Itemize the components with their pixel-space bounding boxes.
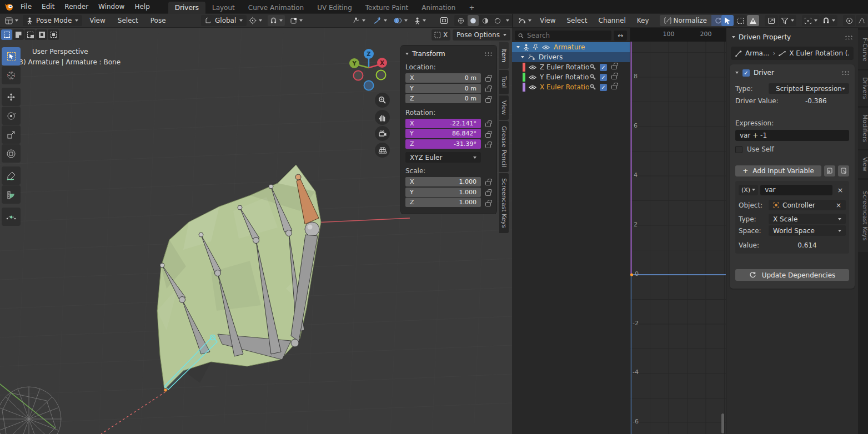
select-mode-invert-button[interactable] [36,29,47,40]
channel-enable-checkbox[interactable]: ✓ [600,84,607,91]
collapse-chevron-icon[interactable] [735,72,739,74]
viewport-3d[interactable]: X Pose Options User Perspective (23) Arm… [0,28,512,434]
mirror-x-toggle[interactable]: X [432,29,450,41]
channel-drivers-group-row[interactable]: Drivers [512,52,630,62]
lock-icon[interactable] [485,98,491,103]
pan-button[interactable] [375,110,390,125]
select-mode-extend-button[interactable] [13,29,24,40]
drivers-menu-view[interactable]: View [535,14,560,27]
expand-chevron-icon[interactable] [521,56,524,58]
tool-move[interactable] [2,88,21,106]
normalize-toggle[interactable]: Normalize [660,15,711,26]
update-dependencies-button[interactable]: Update Dependencies [735,269,849,281]
overlays-toggle[interactable] [391,15,410,26]
tab-screencast-keys-sidebar[interactable]: Screencast Keys [858,180,868,252]
collapse-chevron-icon[interactable] [405,53,409,55]
proportional-falloff-dropdown[interactable] [856,15,867,26]
menu-render[interactable]: Render [59,0,93,14]
shading-solid-button[interactable] [468,15,479,26]
lock-icon[interactable] [485,181,491,185]
proportional-editing-toggle[interactable] [843,15,855,26]
select-mode-set-button[interactable] [1,29,12,40]
use-self-checkbox[interactable] [735,146,742,153]
filter-invert-button[interactable]: ↔ [614,31,627,41]
tool-rotate[interactable] [2,107,21,125]
scale-y-field[interactable]: Y1.000 [405,188,481,197]
pivot-point-dropdown[interactable] [247,15,264,26]
lock-icon[interactable] [485,123,491,127]
channel-enable-checkbox[interactable]: ✓ [600,74,607,81]
tab-modifiers[interactable]: Modifiers [858,108,868,149]
expression-field[interactable] [735,130,849,141]
paste-variables-button[interactable] [838,165,849,176]
editor-type-button[interactable] [3,15,21,26]
eye-icon[interactable] [529,75,536,80]
channel-search-box[interactable] [515,31,611,41]
pose-options-dropdown[interactable]: Pose Options [453,29,510,41]
blender-logo-icon[interactable] [4,2,14,11]
lock-icon[interactable] [485,77,491,82]
lock-icon[interactable] [611,75,617,79]
channel-row-y-euler[interactable]: Y Euler Rotation (Bo ✓ [512,72,630,82]
rotation-z-field[interactable]: Z-31.39° [405,139,481,149]
workspace-tab-curve-animation[interactable]: Curve Animation [242,2,310,14]
menu-help[interactable]: Help [129,0,154,14]
drivers-menu-key[interactable]: Key [632,14,654,27]
tab-fcurve[interactable]: F-Curve [858,30,868,69]
snap-dropdown[interactable] [820,15,837,26]
tab-screencast-keys[interactable]: Screencast Keys [499,173,509,233]
panel-grip-icon[interactable] [845,35,852,39]
drivers-graph-region[interactable]: 100 200 8 6 4 2 0 -2 -4 -6 [630,28,726,434]
rotation-mode-dropdown[interactable]: XYZ Euler [405,152,481,163]
lock-icon[interactable] [485,191,491,196]
tab-view-sidebar[interactable]: View [858,150,868,178]
mode-selector[interactable]: Pose Mode [23,15,82,26]
tweak-tool-button[interactable] [721,15,734,26]
location-y-field[interactable]: Y0 m [405,84,481,93]
eye-icon[interactable] [529,85,536,90]
viewport-menu-pose[interactable]: Pose [145,14,171,27]
collapse-chevron-icon[interactable] [732,36,735,38]
only-show-errors-toggle[interactable] [747,15,759,26]
shading-material-button[interactable] [480,15,491,26]
render-region-button[interactable] [438,15,450,26]
tool-cursor[interactable] [2,66,21,84]
lock-icon[interactable] [611,65,617,69]
viewport-menu-view[interactable]: View [84,14,110,27]
variable-channel-type-dropdown[interactable]: X Scale [769,214,846,224]
tool-annotate[interactable] [2,166,21,185]
location-x-field[interactable]: X0 m [405,73,481,83]
select-mode-intersect-button[interactable] [48,29,59,40]
add-input-variable-button[interactable]: + Add Input Variable [735,165,821,176]
expression-input[interactable] [740,132,845,139]
tab-grease-pencil[interactable]: Grease Pencil [499,121,509,172]
tab-drivers[interactable]: Drivers [858,70,868,106]
channel-row-z-euler[interactable]: Z Euler Rotation (Bo ✓ [512,62,630,72]
tool-transform[interactable] [2,144,21,163]
breadcrumb-object[interactable]: Arma... [745,49,769,57]
tab-view[interactable]: View [499,95,509,120]
add-workspace-button[interactable]: + [462,2,481,14]
variable-name-input[interactable] [765,186,828,194]
scale-x-field[interactable]: X1.000 [405,177,481,186]
workspace-tab-drivers[interactable]: Drivers [168,2,205,14]
gizmos-toggle[interactable] [371,15,389,26]
drivers-editor-type-button[interactable] [516,15,534,26]
tab-item[interactable]: Item [499,42,509,69]
copy-slope-button[interactable] [765,15,778,26]
copy-variables-button[interactable] [824,165,835,176]
scale-z-field[interactable]: Z1.000 [405,198,481,207]
xray-pose-dropdown[interactable] [412,15,428,26]
rotation-y-field[interactable]: Y86.842° [405,129,481,138]
tool-scale[interactable] [2,125,21,144]
toggle-orthographic-button[interactable] [375,143,390,158]
menu-window[interactable]: Window [93,0,129,14]
eye-icon[interactable] [529,65,536,70]
driver-type-dropdown[interactable]: Scripted Expression [769,83,849,94]
lock-icon[interactable] [485,144,491,148]
camera-view-button[interactable] [375,126,390,141]
drivers-menu-channel[interactable]: Channel [594,14,631,27]
workspace-tab-uv-editing[interactable]: UV Editing [310,2,359,14]
workspace-tab-layout[interactable]: Layout [205,2,242,14]
tab-tool[interactable]: Tool [499,70,509,94]
